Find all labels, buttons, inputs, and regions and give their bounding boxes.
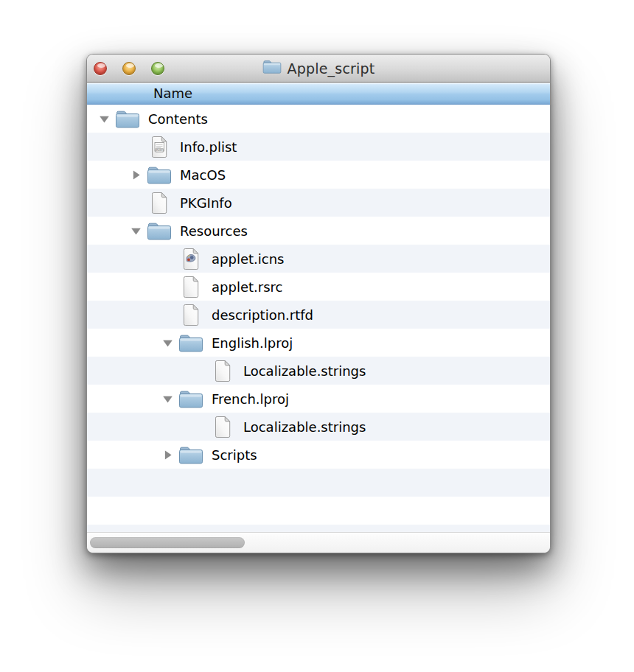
folder-icon <box>177 445 205 465</box>
column-header-label: Name <box>153 85 192 101</box>
folder-icon <box>177 389 205 409</box>
item-label: Info.plist <box>180 139 237 155</box>
item-label: Contents <box>148 111 208 127</box>
finder-window: Apple_script Name Contents PLIST Info.pl… <box>86 54 551 553</box>
item-label: description.rtfd <box>212 307 313 323</box>
tree-row-english-lproj[interactable]: English.lproj <box>87 329 550 357</box>
tree-row-applet-icns[interactable]: applet.icns <box>87 245 550 273</box>
disclosure-collapsed-icon[interactable] <box>126 169 145 181</box>
item-label: Localizable.strings <box>243 419 366 435</box>
tree-row-macos[interactable]: MacOS <box>87 161 550 189</box>
disclosure-collapsed-icon[interactable] <box>158 449 177 461</box>
file-icon <box>177 276 205 298</box>
tree-row-info-plist[interactable]: PLIST Info.plist <box>87 133 550 161</box>
titlebar[interactable]: Apple_script <box>87 55 550 83</box>
item-label: applet.icns <box>212 251 284 267</box>
tree-row-localizable-strings[interactable]: Localizable.strings <box>87 413 550 441</box>
file-icon <box>209 416 237 438</box>
disclosure-expanded-icon[interactable] <box>94 114 114 124</box>
disclosure-expanded-icon[interactable] <box>158 394 177 404</box>
window-title-area: Apple_script <box>262 59 375 77</box>
icns-file-icon <box>177 248 205 270</box>
item-label: MacOS <box>180 167 226 183</box>
svg-text:PLIST: PLIST <box>156 149 162 152</box>
file-icon <box>177 304 205 326</box>
scrollbar-thumb[interactable] <box>90 537 245 548</box>
folder-icon <box>145 221 173 241</box>
folder-icon <box>177 333 205 353</box>
disclosure-expanded-icon[interactable] <box>126 226 145 236</box>
item-label: Localizable.strings <box>243 363 366 379</box>
item-label: French.lproj <box>212 391 289 407</box>
window-title: Apple_script <box>288 60 375 77</box>
tree-row-localizable-strings[interactable]: Localizable.strings <box>87 357 550 385</box>
horizontal-scrollbar[interactable] <box>87 532 550 553</box>
item-label: Scripts <box>212 447 257 463</box>
column-header-name[interactable]: Name <box>87 83 550 105</box>
file-icon <box>145 192 173 214</box>
item-label: applet.rsrc <box>212 279 282 295</box>
tree-row-scripts[interactable]: Scripts <box>87 441 550 469</box>
disclosure-expanded-icon[interactable] <box>158 338 177 348</box>
close-button[interactable] <box>94 62 107 75</box>
tree-row-applet-rsrc[interactable]: applet.rsrc <box>87 273 550 301</box>
file-tree: Contents PLIST Info.plist MacOS PKGInfo … <box>87 105 550 532</box>
minimize-button[interactable] <box>122 62 136 75</box>
item-label: English.lproj <box>212 335 293 351</box>
zoom-button[interactable] <box>151 62 164 75</box>
tree-row-contents[interactable]: Contents <box>87 105 550 133</box>
folder-icon <box>262 59 282 77</box>
folder-icon <box>114 109 142 129</box>
tree-row-resources[interactable]: Resources <box>87 217 550 245</box>
folder-icon <box>145 165 173 185</box>
tree-row-description-rtfd[interactable]: description.rtfd <box>87 301 550 329</box>
file-icon <box>209 360 237 382</box>
tree-row-french-lproj[interactable]: French.lproj <box>87 385 550 413</box>
item-label: PKGInfo <box>180 195 232 211</box>
item-label: Resources <box>180 223 248 239</box>
traffic-lights <box>94 55 164 82</box>
plist-file-icon: PLIST <box>145 136 173 158</box>
tree-row-pkginfo[interactable]: PKGInfo <box>87 189 550 217</box>
